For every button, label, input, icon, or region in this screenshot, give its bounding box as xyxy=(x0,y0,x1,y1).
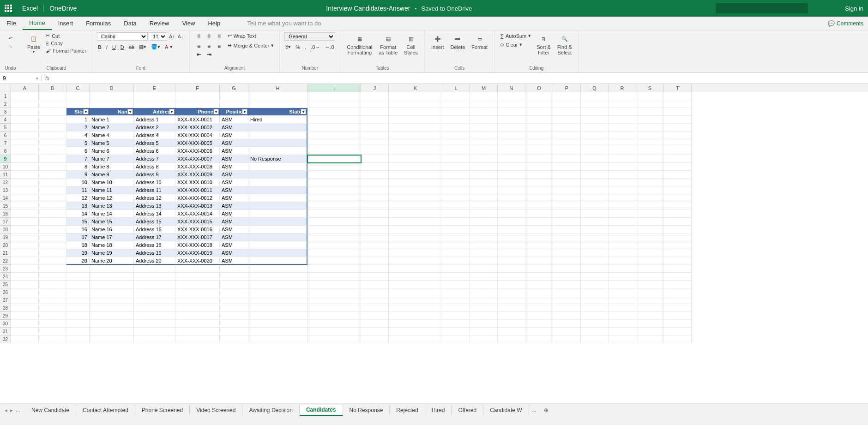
cell[interactable] xyxy=(442,312,470,320)
cell[interactable] xyxy=(220,335,248,343)
cell[interactable]: ASM xyxy=(220,171,248,179)
cell[interactable] xyxy=(442,273,470,281)
cell[interactable] xyxy=(664,155,692,163)
cell[interactable]: ASM xyxy=(220,139,248,147)
cell[interactable] xyxy=(389,218,442,226)
cell[interactable] xyxy=(248,226,307,233)
cell[interactable] xyxy=(636,132,664,139)
cell[interactable] xyxy=(470,116,498,124)
cell[interactable] xyxy=(636,288,664,296)
cell[interactable] xyxy=(470,328,498,335)
cell[interactable] xyxy=(664,249,692,257)
align-bottom-button[interactable]: ≡ xyxy=(215,32,224,40)
cell[interactable] xyxy=(636,155,664,163)
cell[interactable] xyxy=(389,265,442,273)
decrease-font-button[interactable]: A↓ xyxy=(177,32,185,41)
cell[interactable] xyxy=(525,273,553,281)
cell[interactable] xyxy=(553,249,581,257)
filter-dropdown-icon[interactable] xyxy=(242,109,247,114)
cell[interactable] xyxy=(525,328,553,335)
cell[interactable] xyxy=(498,233,525,241)
cell[interactable] xyxy=(389,241,442,249)
cell[interactable] xyxy=(361,202,389,210)
cell[interactable] xyxy=(307,194,361,202)
cell[interactable] xyxy=(175,100,220,108)
cell[interactable]: Name 15 xyxy=(90,218,134,226)
cell[interactable] xyxy=(470,265,498,273)
cell[interactable] xyxy=(90,100,134,108)
row-header[interactable]: 9 xyxy=(0,155,11,163)
cell[interactable] xyxy=(307,312,361,320)
redo-button[interactable]: ↷ xyxy=(7,44,13,51)
cell[interactable] xyxy=(553,273,581,281)
cell[interactable]: Name 18 xyxy=(90,241,134,249)
cell[interactable] xyxy=(636,265,664,273)
cell[interactable]: XXX-XXX-0011 xyxy=(175,186,220,194)
filter-dropdown-icon[interactable] xyxy=(213,109,219,114)
cell[interactable] xyxy=(134,312,175,320)
increase-indent-button[interactable]: ⇥ xyxy=(205,51,214,58)
cell[interactable] xyxy=(609,116,636,124)
cell[interactable] xyxy=(39,249,66,257)
cell[interactable]: Address 9 xyxy=(134,171,175,179)
cell[interactable] xyxy=(553,108,581,116)
row-header[interactable]: 31 xyxy=(0,328,11,335)
cell[interactable] xyxy=(39,210,66,218)
cell[interactable] xyxy=(389,108,442,116)
cell[interactable]: Name 6 xyxy=(90,147,134,155)
cell[interactable]: XXX-XXX-0017 xyxy=(175,233,220,241)
cell[interactable] xyxy=(498,155,525,163)
sheet-tab[interactable]: Rejected xyxy=(390,405,425,415)
delete-cells-button[interactable]: ➖Delete xyxy=(449,32,467,51)
cell[interactable]: Name 14 xyxy=(90,210,134,218)
cell[interactable] xyxy=(175,273,220,281)
italic-button[interactable]: I xyxy=(105,43,108,50)
cell[interactable]: XXX-XXX-0020 xyxy=(175,257,220,265)
cell[interactable] xyxy=(553,210,581,218)
cell[interactable]: 16 xyxy=(66,226,90,233)
cell[interactable]: Address 11 xyxy=(134,186,175,194)
cell[interactable] xyxy=(664,226,692,233)
cell[interactable] xyxy=(39,92,66,100)
cell[interactable] xyxy=(248,288,307,296)
app-launcher-icon[interactable] xyxy=(0,0,17,17)
cell[interactable] xyxy=(470,124,498,132)
cell[interactable] xyxy=(636,116,664,124)
cell[interactable] xyxy=(498,304,525,312)
cell[interactable] xyxy=(525,296,553,304)
cell[interactable] xyxy=(553,202,581,210)
row-header[interactable]: 6 xyxy=(0,132,11,139)
row-header[interactable]: 24 xyxy=(0,273,11,281)
cell[interactable] xyxy=(134,100,175,108)
cell[interactable] xyxy=(307,273,361,281)
cell[interactable] xyxy=(248,265,307,273)
cell[interactable] xyxy=(470,132,498,139)
cell[interactable] xyxy=(470,241,498,249)
column-header[interactable]: R xyxy=(609,84,636,92)
cell[interactable] xyxy=(470,320,498,328)
cell[interactable] xyxy=(389,202,442,210)
onedrive-label[interactable]: OneDrive xyxy=(44,5,82,12)
find-select-button[interactable]: 🔍Find & Select xyxy=(555,32,574,56)
cell[interactable] xyxy=(442,288,470,296)
cell[interactable] xyxy=(307,226,361,233)
cell[interactable] xyxy=(11,273,39,281)
cell[interactable] xyxy=(11,210,39,218)
cell[interactable]: XXX-XXX-0007 xyxy=(175,155,220,163)
cell[interactable] xyxy=(361,100,389,108)
sheet-more[interactable]: ... xyxy=(529,407,539,413)
tell-me-search[interactable]: Tell me what you want to do xyxy=(241,17,327,30)
cell[interactable] xyxy=(581,202,609,210)
cell[interactable] xyxy=(11,132,39,139)
cell[interactable] xyxy=(361,249,389,257)
cell[interactable] xyxy=(553,320,581,328)
cell[interactable] xyxy=(609,139,636,147)
cell[interactable] xyxy=(307,218,361,226)
cell[interactable] xyxy=(442,241,470,249)
cell[interactable] xyxy=(175,92,220,100)
cell[interactable]: 11 xyxy=(66,186,90,194)
row-header[interactable]: 7 xyxy=(0,139,11,147)
align-center-button[interactable]: ≡ xyxy=(205,42,214,50)
bold-button[interactable]: B xyxy=(97,43,102,50)
cell[interactable] xyxy=(636,100,664,108)
